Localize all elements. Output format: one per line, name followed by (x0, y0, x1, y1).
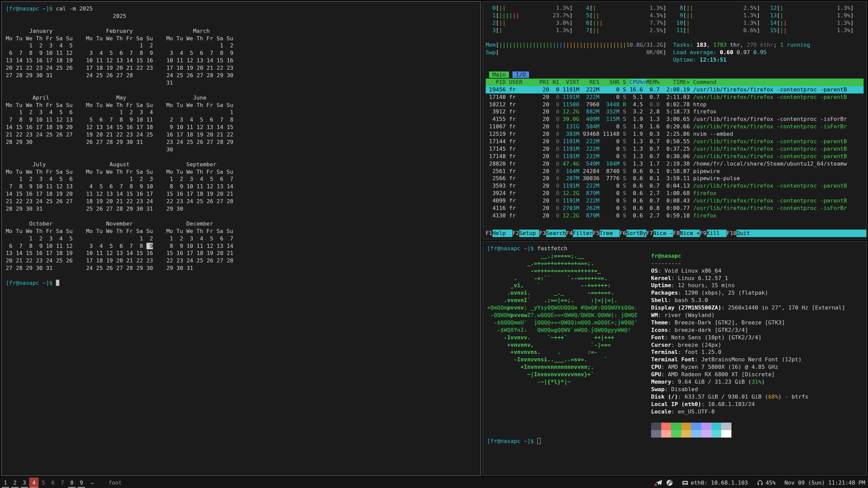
fkey-label-f8[interactable]: Nice + (680, 230, 700, 237)
process-row[interactable]: 17145 fr 20 0 1191M 222M 0 S 1.3 0.7 0:3… (486, 145, 864, 153)
fastfetch-entry: Display (27M1N5500ZA): 2560x1440 in 27",… (651, 304, 845, 312)
workspace-tag-5[interactable]: 5 (39, 478, 48, 488)
fkey-f2[interactable]: F2 (512, 230, 519, 237)
process-row[interactable]: 10212 fr 20 0 11500 7960 3448 R 4.5 0.0 … (486, 101, 864, 108)
steam-tray-icon[interactable] (666, 479, 673, 486)
workspace-tag-8[interactable]: 8 (67, 478, 77, 488)
htop-tab-main[interactable]: Main (489, 71, 509, 78)
process-row[interactable]: 11067 fr 20 0 131G 504M 0 S 1.9 1.6 0:20… (486, 123, 864, 130)
workspace-tag-6[interactable]: 6 (48, 478, 58, 488)
terminal-line: -$QQQQmmU' jQQQ@+=<QWQQ)mQQQ.mQQQC+;jWQQ… (487, 319, 638, 326)
terminal-line: +Invnvnvnnnnnnnnvvnn;. (487, 363, 638, 371)
process-row[interactable]: 4099 fr 20 0 1191M 222M 0 S 0.6 0.7 0:08… (486, 197, 864, 205)
layout-indicator-icon[interactable]: ← (91, 480, 94, 486)
fastfetch-entry: Theme: Breeze-Dark [GTK2], Breeze [GTK3] (651, 319, 845, 326)
prompt-line: [fr@nasapc ~]$ fastfetch (487, 245, 862, 252)
terminal-line: +QmQQmpvvnv; _yYsyQQWUUQQQm #QmQ#:QQQWUV… (487, 304, 638, 312)
terminal-line: 3[| 1.3%] 7[|| 2.5%] 11[| 0.6%] 15[|| 1.… (486, 27, 864, 34)
calendar-week-row: 13 14 15 16 17 18 19 10 11 12 13 14 15 1… (6, 57, 477, 64)
fkey-f7[interactable]: F7 (646, 230, 653, 237)
terminal-window-fastfetch[interactable]: [fr@nasapc ~]$ fastfetch __.;=====;.__ _… (483, 241, 867, 476)
process-row[interactable]: 2566 fr 20 0 207M 30036 7776 S 0.6 0.1 3… (486, 175, 864, 182)
terminal-line: 2025 (6, 13, 477, 20)
process-row[interactable]: 12519 fr 20 0 383M 93468 11148 S 1.9 0.3… (486, 130, 864, 138)
void-linux-ascii-logo: __.;=====;.__ _.=+==++=++=+=+===;. -=+++… (487, 252, 638, 438)
fkey-label-f10[interactable]: Quit (736, 230, 750, 237)
fkey-label-f1[interactable]: Help (492, 230, 512, 237)
palette-swatch (721, 430, 731, 438)
fkey-f10[interactable]: F10 (727, 230, 737, 237)
fastfetch-entry: Packages: 1290 (xbps), 25 (flatpak) (651, 289, 845, 297)
fkey-label-f4[interactable]: Filter (573, 230, 593, 237)
fastfetch-entry: Cursor: breeze (24px) (651, 341, 845, 349)
process-row[interactable]: 4155 fr 20 0 39.0G 409M 115M S 1.9 1.3 3… (486, 115, 864, 123)
tag-occupied-underline (11, 487, 19, 488)
typed-command: cal -m 2025 (56, 5, 93, 12)
process-row[interactable]: 17140 fr 20 0 1191M 222M 0 S 5.1 0.7 2:1… (486, 93, 864, 101)
fkey-label-f3[interactable]: Search (546, 230, 566, 237)
calendar-week-row: 20 21 22 23 24 25 26 17 18 19 20 21 22 2… (6, 64, 477, 72)
terminal-window-htop[interactable]: 0[|| 1.3%] 4[| 1.3%] 8[|| 2.5%] 12[| 1.3… (483, 1, 867, 239)
terminal-line: --------- (651, 260, 845, 267)
fastfetch-info: fr@nasapc---------OS: Void Linux x86_64K… (651, 252, 845, 438)
weekday-header: Mo Tu We Th Fr Sa Su Mo Tu We Th Fr Sa S… (6, 168, 477, 176)
volume-level[interactable]: 45% (766, 480, 776, 486)
terminal-cursor-unfocused[interactable] (537, 438, 541, 444)
workspace-tag-4[interactable]: 4 (29, 478, 39, 488)
workspace-tag-1[interactable]: 1 (1, 478, 10, 488)
tag-occupied-underline (68, 487, 76, 488)
fkey-label-f5[interactable]: Tree (600, 230, 620, 237)
telegram-tray-icon[interactable] (655, 479, 663, 487)
process-row[interactable]: 3593 fr 20 0 1191M 222M 0 S 0.6 0.7 0:04… (486, 182, 864, 190)
terminal-line: -$WQ8YnI: QWQQwgQQWV`mWQQ.jQWQQgyyWW@! (487, 326, 638, 334)
fkey-f4[interactable]: F4 (566, 230, 573, 237)
process-row[interactable]: 17144 fr 20 0 1191M 222M 0 S 1.3 0.7 0:5… (486, 138, 864, 145)
process-row[interactable]: 4116 fr 20 0 2703M 262M 0 S 0.6 0.8 0:00… (486, 205, 864, 212)
network-status-text: eth0: 10.68.1.103 (691, 480, 748, 486)
fkey-f9[interactable]: F9 (700, 230, 707, 237)
calendar-week-row: 1 2 3 4 5 6 1 2 3 1 2 3 4 5 6 7 (6, 175, 477, 183)
fkey-label-f6[interactable]: SortBy (626, 230, 646, 237)
workspace-tag-7[interactable]: 7 (58, 478, 67, 488)
process-row[interactable]: 28820 fr 20 0 47.4G 549M 104M S 1.3 1.7 … (486, 160, 864, 168)
terminal-window-calendar[interactable]: [fr@nasapc ~]$ cal -m 2025 2025 January … (1, 1, 481, 476)
workspace-tag-2[interactable]: 2 (10, 478, 20, 488)
terminal-cursor[interactable] (56, 280, 59, 286)
terminal-line (6, 213, 477, 220)
htop-tabs: Main I/O (486, 71, 864, 79)
calendar-week-row: 7 8 9 10 11 12 13 4 5 6 7 8 9 10 8 9 10 … (6, 183, 477, 190)
terminal-line: Uptime: 12:15:51 (486, 56, 864, 64)
process-row[interactable]: 3912 fr 20 0 12.2G 882M 352M S 3.2 2.8 5… (486, 108, 864, 115)
palette-swatch (661, 423, 671, 430)
fkey-label-f2[interactable]: Setup (519, 230, 539, 237)
fkey-f1[interactable]: F1 (486, 230, 492, 237)
process-row-selected[interactable]: 19456 fr 20 0 1191M 222M 0 S 16.6 0.7 2:… (486, 86, 864, 93)
process-row[interactable]: 3924 fr 20 0 12.2G 879M 0 S 0.6 2.7 1:00… (486, 190, 864, 197)
palette-swatch (661, 430, 671, 438)
process-row[interactable]: 17148 fr 20 0 1191M 222M 0 S 1.3 0.7 0:3… (486, 153, 864, 160)
sorted-column-header-cpu[interactable]: CPU%▽ (629, 79, 646, 85)
htop-meters: 0[|| 1.3%] 4[| 1.3%] 8[|| 2.5%] 12[| 1.3… (486, 4, 864, 64)
htop-process-list: 19456 fr 20 0 1191M 222M 0 S 16.6 0.7 2:… (486, 86, 864, 219)
process-row[interactable]: 2561 fr 20 0 164M 24284 8740 S 0.6 0.1 0… (486, 168, 864, 175)
fkey-f8[interactable]: F8 (673, 230, 680, 237)
terminal-line: -Invnvvnsi..___..=sv=. ` (487, 356, 638, 363)
status-bar: 123456789 ← foot eth0: 10.68.1.103 (0, 478, 868, 488)
htop-table-header[interactable]: PID USER PRI NI VIRT RES SHR S CPU%▽MEM%… (486, 79, 864, 86)
process-row[interactable]: 4130 fr 20 0 12.2G 879M 0 S 0.6 2.7 0:59… (486, 212, 864, 219)
fkey-f5[interactable]: F5 (593, 230, 600, 237)
fkey-f6[interactable]: F6 (620, 230, 626, 237)
fkey-label-f9[interactable]: Kill (707, 230, 727, 237)
terminal-line: -~|{*l}*|~ (487, 378, 638, 386)
weekday-header: Mo Tu We Th Fr Sa Su Mo Tu We Th Fr Sa S… (6, 102, 477, 109)
month-names: October November December (6, 220, 477, 228)
workspace-tag-9[interactable]: 9 (77, 478, 86, 488)
fkey-f3[interactable]: F3 (539, 230, 546, 237)
palette-swatch (671, 423, 681, 430)
palette-swatch (701, 430, 711, 438)
workspace-tag-3[interactable]: 3 (20, 478, 29, 488)
ethernet-icon (682, 480, 688, 486)
focused-window-title: foot (108, 480, 122, 486)
fkey-label-f7[interactable]: Nice - (653, 230, 673, 237)
htop-tab-io[interactable]: I/O (512, 71, 529, 78)
